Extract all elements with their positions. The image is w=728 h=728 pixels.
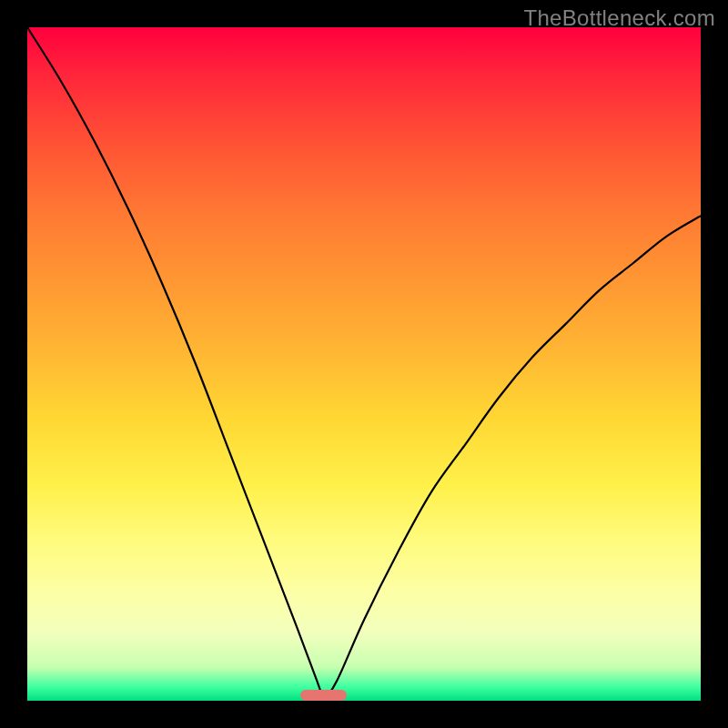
watermark-text: TheBottleneck.com [523,5,715,31]
plot-area [27,27,701,701]
minimum-marker [300,690,348,701]
curve-left-branch [27,27,324,701]
curve-svg [27,27,701,701]
curve-right-branch [324,216,701,701]
chart-frame: TheBottleneck.com [0,0,728,728]
